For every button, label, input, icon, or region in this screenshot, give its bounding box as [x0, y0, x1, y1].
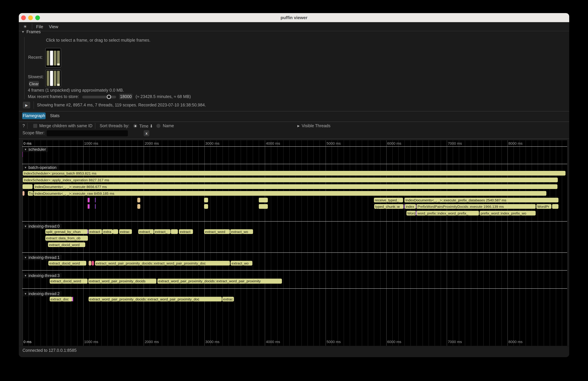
scope-bar[interactable]: extract_docid_word — [49, 279, 88, 283]
scope-bar[interactable] — [416, 211, 416, 215]
recent-frames-thumbnail[interactable] — [45, 48, 61, 67]
theme-toggle-icon[interactable]: ☀ — [23, 24, 27, 29]
frame-bar[interactable] — [54, 71, 56, 86]
tab-flamegraph[interactable]: Flamegraph — [22, 112, 46, 119]
scope-bar[interactable] — [113, 229, 118, 234]
scope-bar[interactable] — [259, 198, 268, 202]
scope-bar[interactable]: extract_word_pair_proximity_docids::extr… — [95, 261, 230, 266]
scope-bar[interactable]: extract::data_from_ob — [45, 236, 88, 240]
scope-label: receive_typed_ — [374, 198, 403, 202]
scope-bar[interactable]: Trans — [28, 191, 33, 196]
frame-bar[interactable] — [47, 51, 49, 65]
tab-stats[interactable]: Stats — [50, 112, 60, 119]
thread-header[interactable]: ▼indexing-thread:3 — [23, 273, 62, 278]
slider-knob[interactable] — [107, 95, 111, 99]
scope-bar[interactable] — [404, 204, 404, 209]
help-button[interactable]: ? — [22, 124, 25, 128]
scope-bar[interactable]: extract_ — [138, 229, 153, 234]
thread-header[interactable]: ▼indexing-thread:0 — [23, 224, 62, 229]
scope-bar[interactable]: IndexDocuments<_, _>::execute_prefix_dat… — [404, 198, 558, 202]
scope-bar[interactable]: extract_wo — [231, 261, 252, 266]
scope-bar[interactable] — [204, 198, 208, 202]
recent-label: Recent: — [28, 55, 43, 60]
menu-view[interactable]: View — [49, 24, 58, 29]
flamegraph-canvas[interactable]: 0 ms1000 ms2000 ms3000 ms4000 ms5000 ms6… — [22, 140, 567, 346]
menu-file[interactable]: File — [36, 24, 43, 29]
frame-bar[interactable] — [47, 71, 49, 86]
scope-bar[interactable]: extract_word_pair_proximity_docids::extr… — [157, 279, 282, 283]
scope-bar[interactable]: extrac — [222, 296, 234, 301]
scope-bar[interactable]: extract_ — [154, 229, 170, 234]
scope-bar[interactable] — [137, 204, 140, 209]
scope-bar[interactable]: extract_docid_word — [48, 242, 85, 247]
scope-bar[interactable] — [92, 261, 94, 266]
scope-bar[interactable] — [22, 152, 23, 157]
scope-bar[interactable] — [204, 204, 208, 209]
scope-label: IndexScheduler>::apply_index_operation 8… — [23, 177, 558, 182]
frames-header[interactable]: ▼ Frames — [21, 30, 41, 34]
scope-bar[interactable]: extract — [179, 229, 193, 234]
close-button[interactable] — [21, 15, 26, 20]
scope-bar[interactable] — [72, 296, 73, 301]
visible-threads-toggle[interactable]: ▶ Visible Threads — [297, 124, 330, 128]
scope-bar[interactable]: extract_docid_word — [48, 261, 86, 266]
thread-label: indexing-thread:3 — [28, 273, 60, 278]
scope-bar[interactable]: extra — [102, 229, 113, 234]
scope-bar[interactable]: extract_word_pair_proximity_docids — [88, 279, 156, 283]
scope-bar[interactable] — [22, 184, 33, 189]
scope-bar[interactable] — [416, 204, 416, 209]
thread-header[interactable]: ▼batch-operation — [23, 165, 59, 170]
scope-bar[interactable]: IndexScheduler>::apply_index_operation 8… — [23, 177, 558, 182]
scope-bar[interactable] — [22, 191, 24, 196]
play-button[interactable]: ▶ — [23, 102, 30, 108]
scope-bar[interactable]: PrefixWordPairsProximityDocids::execute … — [417, 204, 536, 209]
app-window: puffin viewer ☀ File View ▼ Frames Click… — [19, 13, 569, 357]
scope-bar[interactable]: extract_word — [204, 229, 230, 234]
frame-bar[interactable] — [57, 51, 60, 65]
maximize-button[interactable] — [35, 15, 40, 20]
scope-bar[interactable]: prefix_word::index_prefix_wo — [480, 211, 536, 215]
clear-button[interactable]: Clear — [29, 81, 39, 87]
scope-bar[interactable] — [137, 198, 140, 202]
scope-bar[interactable]: extract_word_pair_proximity_docids::extr… — [88, 296, 222, 301]
scope-bar[interactable] — [171, 229, 178, 234]
frame-bar[interactable] — [57, 71, 60, 86]
scope-bar[interactable] — [552, 204, 558, 209]
scope-bar[interactable] — [88, 204, 89, 209]
minimize-button[interactable] — [28, 15, 33, 20]
scope-filter-input[interactable] — [47, 130, 128, 136]
scope-bar[interactable]: index — [405, 204, 416, 209]
scope-bar[interactable] — [88, 229, 88, 234]
frame-bar[interactable] — [54, 51, 56, 65]
scope-bar[interactable]: extrac — [119, 229, 132, 234]
scope-bar[interactable]: extract_doc — [49, 296, 72, 301]
scope-filter-label: Scope filter: — [22, 130, 45, 135]
scope-bar[interactable] — [88, 198, 89, 202]
scope-bar[interactable]: IndexScheduler>::process_batch 8953.821 … — [23, 171, 565, 176]
frame-bar[interactable] — [50, 51, 53, 65]
slowest-frames-thumbnail[interactable] — [45, 70, 61, 87]
scope-bar[interactable]: WordPr — [536, 204, 551, 209]
scope-bar[interactable] — [95, 198, 96, 202]
scope-bar[interactable]: receive_typed_ — [374, 198, 403, 202]
max-frames-value[interactable]: 18000 — [119, 94, 133, 99]
sort-name-radio[interactable] — [156, 124, 160, 128]
scope-bar[interactable]: IndexDocuments<_, _>::execute_raw 8459.1… — [34, 191, 546, 196]
scope-bar[interactable]: split_grenad_by_chun — [45, 229, 88, 234]
scope-bar[interactable] — [88, 261, 91, 266]
scope-bar[interactable] — [259, 204, 268, 209]
thread-header[interactable]: ▼indexing-thread:1 — [23, 255, 62, 260]
scope-bar[interactable]: IndexDocuments<_, _>::execute 8656.677 m… — [34, 184, 557, 189]
scope-bar[interactable] — [95, 204, 96, 209]
clear-filter-button[interactable]: x — [144, 130, 149, 136]
frame-bar[interactable] — [50, 71, 53, 86]
scope-bar[interactable]: extract — [88, 229, 102, 234]
thread-header[interactable]: ▼scheduler — [23, 147, 48, 152]
scope-bar[interactable]: extract_wo — [230, 229, 253, 234]
scope-bar[interactable]: typed_chunk::w — [374, 204, 403, 209]
merge-children-checkbox[interactable] — [33, 124, 37, 128]
thread-header[interactable]: ▼indexing-thread:2 — [23, 291, 62, 296]
scope-bar[interactable]: Word — [406, 211, 416, 215]
scope-bar[interactable]: word_prefix::index_word_prefix_ — [417, 211, 479, 215]
sort-time-radio[interactable] — [133, 124, 137, 128]
